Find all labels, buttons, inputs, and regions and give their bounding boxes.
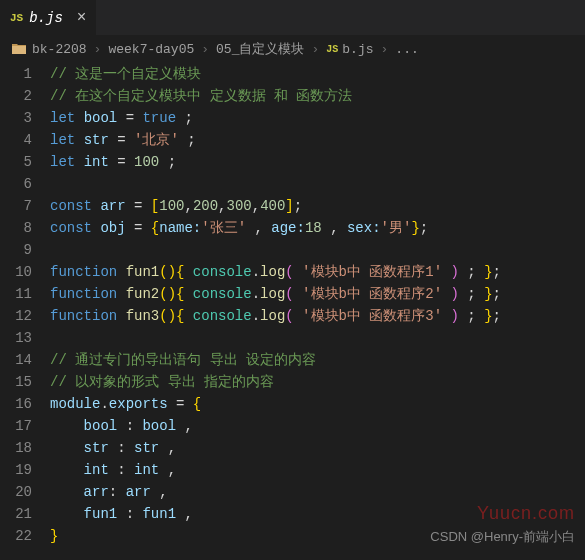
code-line[interactable]: [50, 239, 585, 261]
line-number: 7: [0, 195, 32, 217]
line-number: 4: [0, 129, 32, 151]
code-line[interactable]: arr: arr ,: [50, 481, 585, 503]
code-line[interactable]: // 这是一个自定义模块: [50, 63, 585, 85]
code-line[interactable]: [50, 327, 585, 349]
code-line[interactable]: let bool = true ;: [50, 107, 585, 129]
breadcrumb[interactable]: bk-2208 › week7-day05 › 05_自定义模块 › JS b.…: [0, 35, 585, 63]
code-line[interactable]: // 以对象的形式 导出 指定的内容: [50, 371, 585, 393]
line-number: 21: [0, 503, 32, 525]
js-file-icon: JS: [326, 44, 338, 55]
line-number: 20: [0, 481, 32, 503]
code-line[interactable]: function fun2(){ console.log( '模块b中 函数程序…: [50, 283, 585, 305]
code-content[interactable]: // 这是一个自定义模块// 在这个自定义模块中 定义数据 和 函数方法let …: [50, 63, 585, 547]
breadcrumb-file[interactable]: b.js: [342, 42, 373, 57]
breadcrumb-item[interactable]: 05_自定义模块: [216, 40, 304, 58]
breadcrumb-item[interactable]: week7-day05: [108, 42, 194, 57]
watermark: CSDN @Henry-前端小白: [430, 528, 575, 546]
line-number: 22: [0, 525, 32, 547]
line-number: 18: [0, 437, 32, 459]
line-number: 16: [0, 393, 32, 415]
line-number: 13: [0, 327, 32, 349]
chevron-right-icon: ›: [381, 42, 389, 57]
file-tab[interactable]: JS b.js ×: [0, 0, 97, 35]
code-line[interactable]: str : str ,: [50, 437, 585, 459]
line-number: 5: [0, 151, 32, 173]
line-number: 19: [0, 459, 32, 481]
code-line[interactable]: bool : bool ,: [50, 415, 585, 437]
line-number: 6: [0, 173, 32, 195]
close-icon[interactable]: ×: [77, 9, 87, 27]
line-number: 1: [0, 63, 32, 85]
chevron-right-icon: ›: [201, 42, 209, 57]
tab-label: b.js: [29, 10, 63, 26]
code-line[interactable]: let str = '北京' ;: [50, 129, 585, 151]
breadcrumb-item[interactable]: bk-2208: [32, 42, 87, 57]
code-line[interactable]: module.exports = {: [50, 393, 585, 415]
code-line[interactable]: const obj = {name:'张三' , age:18 , sex:'男…: [50, 217, 585, 239]
code-line[interactable]: function fun3(){ console.log( '模块b中 函数程序…: [50, 305, 585, 327]
code-line[interactable]: let int = 100 ;: [50, 151, 585, 173]
code-line[interactable]: function fun1(){ console.log( '模块b中 函数程序…: [50, 261, 585, 283]
folder-icon: [12, 43, 26, 55]
line-number: 3: [0, 107, 32, 129]
line-number: 8: [0, 217, 32, 239]
breadcrumb-ellipsis[interactable]: ...: [395, 42, 418, 57]
line-number-gutter: 12345678910111213141516171819202122: [0, 63, 50, 547]
chevron-right-icon: ›: [94, 42, 102, 57]
line-number: 10: [0, 261, 32, 283]
line-number: 11: [0, 283, 32, 305]
line-number: 9: [0, 239, 32, 261]
line-number: 15: [0, 371, 32, 393]
chevron-right-icon: ›: [311, 42, 319, 57]
line-number: 2: [0, 85, 32, 107]
watermark: Yuucn.com: [477, 503, 575, 524]
code-line[interactable]: int : int ,: [50, 459, 585, 481]
js-file-icon: JS: [10, 12, 23, 24]
code-line[interactable]: // 通过专门的导出语句 导出 设定的内容: [50, 349, 585, 371]
line-number: 14: [0, 349, 32, 371]
tab-bar: JS b.js ×: [0, 0, 585, 35]
code-line[interactable]: [50, 173, 585, 195]
code-line[interactable]: const arr = [100,200,300,400];: [50, 195, 585, 217]
line-number: 17: [0, 415, 32, 437]
code-line[interactable]: // 在这个自定义模块中 定义数据 和 函数方法: [50, 85, 585, 107]
line-number: 12: [0, 305, 32, 327]
code-editor[interactable]: 12345678910111213141516171819202122 // 这…: [0, 63, 585, 547]
